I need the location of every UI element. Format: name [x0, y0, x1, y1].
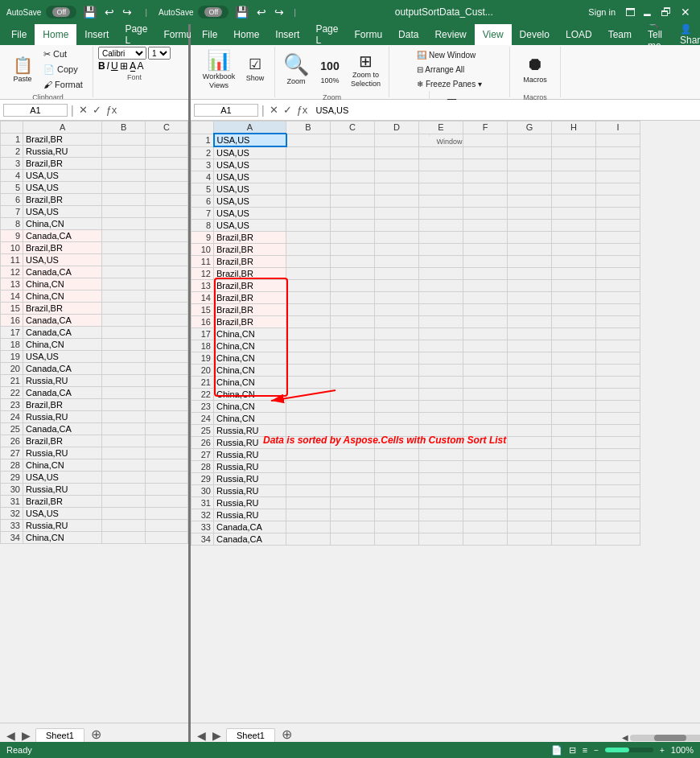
- cell-empty-right[interactable]: [508, 389, 552, 401]
- zoom-minus[interactable]: −: [594, 746, 599, 755]
- cell-c34[interactable]: [145, 532, 187, 544]
- cell-empty-right[interactable]: [419, 533, 463, 546]
- table-row[interactable]: 27Russia,RU: [1, 447, 188, 459]
- font-color-btn[interactable]: A: [138, 60, 144, 72]
- table-row[interactable]: 3Brazil,BR: [1, 158, 188, 170]
- cell-empty-right[interactable]: [375, 473, 419, 485]
- cell-c20[interactable]: [145, 363, 187, 375]
- table-row[interactable]: 26Brazil,BR: [1, 435, 188, 447]
- table-row[interactable]: 24Russia,RU: [1, 411, 188, 423]
- cell-empty-right[interactable]: [419, 352, 463, 365]
- cell-empty-right[interactable]: [463, 304, 508, 316]
- cell-c3[interactable]: [145, 158, 187, 170]
- cell-empty-right[interactable]: [419, 268, 463, 280]
- cell-empty-right[interactable]: [463, 509, 508, 521]
- table-row[interactable]: 2USA,US: [191, 146, 640, 159]
- cell-empty-right[interactable]: [375, 377, 419, 389]
- cell-empty-right[interactable]: [463, 365, 508, 377]
- cell-empty-right[interactable]: [463, 244, 508, 256]
- cell-c13[interactable]: [145, 278, 187, 290]
- name-box-left[interactable]: [3, 104, 68, 117]
- sheet-tab-1-left[interactable]: Sheet1: [35, 728, 84, 742]
- table-row[interactable]: 6USA,US: [191, 196, 640, 208]
- cell-b20[interactable]: [102, 363, 145, 375]
- cell-empty-right[interactable]: [596, 146, 640, 159]
- cell-empty-right[interactable]: [463, 183, 508, 196]
- cell-empty-right[interactable]: [596, 533, 640, 546]
- autosave-pill-1[interactable]: Off: [46, 6, 76, 19]
- cell-empty-right[interactable]: [286, 401, 331, 413]
- table-row[interactable]: 5USA,US: [1, 182, 188, 194]
- format-painter-btn[interactable]: 🖌 Format: [39, 77, 88, 92]
- col-header-i-right[interactable]: I: [596, 122, 640, 134]
- new-window-btn[interactable]: 🪟 New Window: [412, 48, 487, 62]
- cell-a21[interactable]: Russia,RU: [23, 375, 102, 387]
- cell-a29[interactable]: USA,US: [23, 472, 102, 484]
- cell-empty-right[interactable]: [508, 485, 552, 497]
- cell-empty-right[interactable]: [552, 461, 596, 473]
- cell-a-right-16[interactable]: Brazil,BR: [214, 316, 286, 328]
- cell-empty-right[interactable]: [552, 449, 596, 461]
- cell-b1[interactable]: [102, 134, 145, 146]
- workbook-views-btn[interactable]: 📊 Workbook Views: [199, 47, 239, 93]
- menu-team-r[interactable]: Team: [600, 24, 640, 45]
- autosave-pill-2[interactable]: Off: [198, 6, 229, 19]
- cell-empty-right[interactable]: [463, 413, 508, 425]
- prev-sheet-left[interactable]: ◀: [3, 729, 19, 742]
- cell-empty-right[interactable]: [596, 159, 640, 171]
- cell-empty-right[interactable]: [508, 437, 552, 449]
- cell-empty-right[interactable]: [552, 509, 596, 521]
- cell-a6[interactable]: Brazil,BR: [23, 194, 102, 206]
- cell-a12[interactable]: Canada,CA: [23, 266, 102, 278]
- cell-empty-right[interactable]: [375, 171, 419, 183]
- cell-empty-right[interactable]: [596, 280, 640, 292]
- cell-empty-right[interactable]: [375, 497, 419, 509]
- cell-a31[interactable]: Brazil,BR: [23, 496, 102, 508]
- cell-empty-right[interactable]: [286, 134, 331, 146]
- cell-empty-right[interactable]: [286, 268, 331, 280]
- cell-empty-right[interactable]: [286, 304, 331, 316]
- cell-a-right-6[interactable]: USA,US: [214, 196, 286, 208]
- cell-empty-right[interactable]: [596, 497, 640, 509]
- cell-empty-right[interactable]: [508, 256, 552, 268]
- cell-c8[interactable]: [145, 218, 187, 230]
- cell-empty-right[interactable]: [331, 437, 375, 449]
- cell-c22[interactable]: [145, 387, 187, 399]
- cell-a-right-2[interactable]: USA,US: [214, 146, 286, 159]
- sheet-scroll-btns[interactable]: ◀ ▶: [622, 733, 700, 742]
- cell-empty-right[interactable]: [419, 316, 463, 328]
- cell-empty-right[interactable]: [375, 220, 419, 232]
- col-header-e-right[interactable]: E: [419, 122, 463, 134]
- table-row[interactable]: 4USA,US: [191, 171, 640, 183]
- cell-empty-right[interactable]: [508, 365, 552, 377]
- col-header-a-left[interactable]: A: [23, 122, 102, 134]
- menu-pagel-l[interactable]: Page L: [117, 24, 155, 45]
- cell-empty-right[interactable]: [552, 292, 596, 304]
- cell-empty-right[interactable]: [552, 533, 596, 546]
- font-family-select[interactable]: Calibri: [98, 47, 146, 60]
- cell-empty-right[interactable]: [286, 485, 331, 497]
- sheet-tab-1-right[interactable]: Sheet1: [226, 728, 275, 742]
- cell-empty-right[interactable]: [508, 159, 552, 171]
- cell-empty-right[interactable]: [596, 401, 640, 413]
- cell-c23[interactable]: [145, 399, 187, 411]
- cell-empty-right[interactable]: [286, 449, 331, 461]
- cell-empty-right[interactable]: [552, 280, 596, 292]
- table-row[interactable]: 16Brazil,BR: [191, 316, 640, 328]
- left-grid-scroll[interactable]: A B C 1Brazil,BR2Russia,RU3Brazil,BR4USA…: [0, 121, 188, 723]
- cell-c2[interactable]: [145, 146, 187, 158]
- cell-empty-right[interactable]: [463, 389, 508, 401]
- cell-empty-right[interactable]: [596, 437, 640, 449]
- cell-empty-right[interactable]: [375, 268, 419, 280]
- cell-b24[interactable]: [102, 411, 145, 423]
- cell-a-right-20[interactable]: China,CN: [214, 365, 286, 377]
- col-header-c-right[interactable]: C: [331, 122, 375, 134]
- cell-empty-right[interactable]: [552, 183, 596, 196]
- cell-empty-right[interactable]: [419, 171, 463, 183]
- cell-empty-right[interactable]: [552, 220, 596, 232]
- cell-c27[interactable]: [145, 447, 187, 459]
- cell-empty-right[interactable]: [375, 208, 419, 220]
- cell-empty-right[interactable]: [419, 328, 463, 340]
- cell-empty-right[interactable]: [331, 485, 375, 497]
- cell-empty-right[interactable]: [375, 196, 419, 208]
